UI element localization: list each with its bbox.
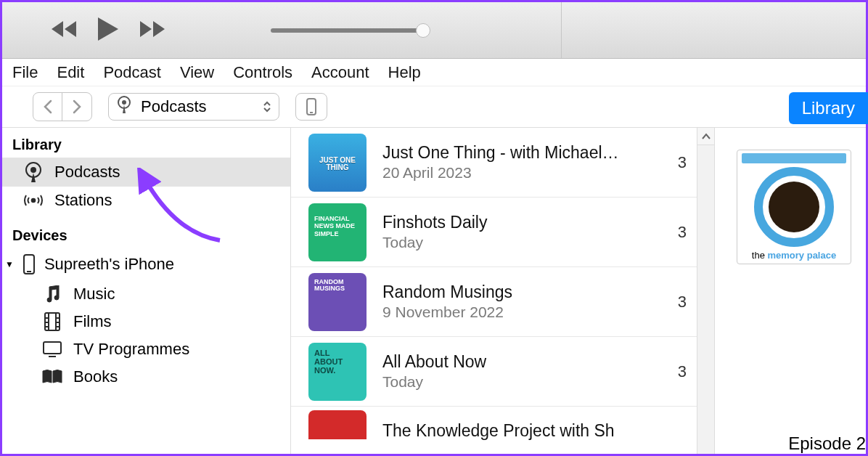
menu-podcast[interactable]: Podcast <box>103 63 161 82</box>
sidebar-item-tv[interactable]: TV Programmes <box>2 335 290 363</box>
podcast-title: Just One Thing - with Michael… <box>382 143 656 163</box>
content-area: Just One Thing - with Michael… 20 April … <box>291 128 866 454</box>
episode-count: 3 <box>672 362 687 381</box>
sidebar-item-label: TV Programmes <box>73 340 189 359</box>
previous-track-icon[interactable] <box>52 21 76 40</box>
svg-rect-18 <box>44 342 61 354</box>
sidebar-library-heading: Library <box>2 134 290 158</box>
svg-point-1 <box>122 100 126 105</box>
podcast-subtitle: 20 April 2023 <box>382 164 656 182</box>
sidebar-item-label: Stations <box>54 191 112 210</box>
section-picker[interactable]: Podcasts <box>108 93 279 121</box>
up-down-icon <box>263 101 271 113</box>
podcast-artwork <box>308 134 367 192</box>
annotation-arrow <box>133 168 234 248</box>
progress-thumb[interactable] <box>416 23 430 38</box>
header-divider <box>561 2 562 58</box>
sidebar-item-music[interactable]: Music <box>2 280 290 308</box>
disclosure-triangle-icon[interactable]: ▼ <box>5 259 14 269</box>
scroll-up-icon[interactable] <box>697 128 714 145</box>
detail-artwork[interactable]: the memory palace <box>737 150 851 264</box>
podcast-artwork <box>308 410 367 439</box>
play-icon[interactable] <box>98 17 118 44</box>
podcast-title: Random Musings <box>382 282 656 302</box>
menu-controls[interactable]: Controls <box>233 63 292 82</box>
sidebar-device[interactable]: ▼ Supreeth's iPhone <box>2 248 290 280</box>
svg-point-5 <box>30 167 36 173</box>
podcast-subtitle: Today <box>382 373 656 391</box>
podcast-subtitle: 9 November 2022 <box>382 304 656 321</box>
library-button[interactable]: Library <box>789 92 868 124</box>
sidebar-item-films[interactable]: Films <box>2 308 290 335</box>
section-picker-label: Podcasts <box>141 97 207 116</box>
podcast-artwork <box>308 343 367 401</box>
scrollbar[interactable] <box>697 128 715 454</box>
sidebar-item-label: Books <box>73 367 118 386</box>
episode-count: 3 <box>672 223 687 242</box>
podcast-row[interactable]: Finshots Daily Today 3 <box>291 198 697 267</box>
podcast-title: Finshots Daily <box>382 213 656 232</box>
episode-line: Episode 2 <box>788 433 866 454</box>
menu-view[interactable]: View <box>180 63 214 82</box>
nav-back-button[interactable] <box>33 93 62 121</box>
podcast-row[interactable]: Just One Thing - with Michael… 20 April … <box>291 128 697 198</box>
podcast-title: The Knowledge Project with Sh <box>382 421 656 441</box>
podcast-title: All About Now <box>382 352 656 372</box>
detail-pane: the memory palace Episode 2 <box>715 128 866 454</box>
sidebar-device-label: Supreeth's iPhone <box>44 255 174 274</box>
stations-icon <box>22 193 44 208</box>
podcast-artwork <box>308 273 367 331</box>
podcast-icon <box>116 96 132 118</box>
sidebar-item-books[interactable]: Books <box>2 363 290 391</box>
books-icon <box>41 370 63 384</box>
sidebar: Library Podcasts <box>2 128 291 454</box>
toolbar: Podcasts Library <box>2 86 866 127</box>
menu-file[interactable]: File <box>12 63 38 82</box>
playback-header <box>2 2 866 59</box>
iphone-icon <box>18 254 40 274</box>
sidebar-item-label: Films <box>73 312 112 331</box>
nav-button-group <box>33 92 92 121</box>
podcast-row[interactable]: Random Musings 9 November 2022 3 <box>291 267 697 337</box>
tv-icon <box>41 341 63 357</box>
app-menubar: File Edit Podcast View Controls Account … <box>2 59 866 86</box>
progress-track[interactable] <box>271 28 423 33</box>
sidebar-item-label: Podcasts <box>54 163 120 182</box>
menu-account[interactable]: Account <box>311 63 369 82</box>
next-track-icon[interactable] <box>140 21 165 40</box>
sidebar-item-label: Music <box>73 285 115 304</box>
device-button[interactable] <box>295 93 327 121</box>
detail-artwork-caption: the memory palace <box>752 250 836 261</box>
podcast-icon <box>22 162 44 182</box>
podcast-list: Just One Thing - with Michael… 20 April … <box>291 128 697 454</box>
podcast-artwork <box>308 203 367 261</box>
podcast-subtitle: Today <box>382 234 656 251</box>
menu-edit[interactable]: Edit <box>57 63 84 82</box>
films-icon <box>41 312 63 331</box>
podcast-row[interactable]: The Knowledge Project with Sh <box>291 407 697 443</box>
nav-forward-button[interactable] <box>62 93 91 121</box>
episode-count: 3 <box>672 153 687 172</box>
menu-help[interactable]: Help <box>388 63 421 82</box>
music-icon <box>41 285 63 303</box>
podcast-row[interactable]: All About Now Today 3 <box>291 337 697 407</box>
svg-point-6 <box>32 199 36 203</box>
episode-count: 3 <box>672 293 687 312</box>
